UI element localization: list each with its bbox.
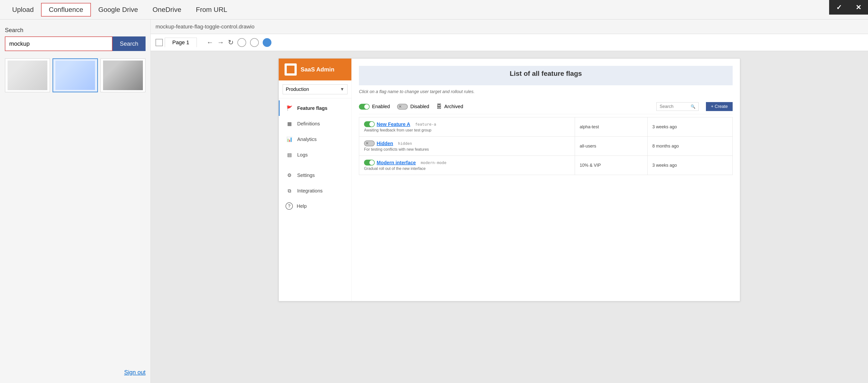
thumbnail-grid	[5, 58, 146, 92]
archived-icon: 🗄	[436, 103, 442, 110]
enabled-label: Enabled	[372, 104, 390, 109]
sign-out-button[interactable]: Sign out	[124, 369, 146, 376]
flag-desc-3: Gradual roll out of the new interface	[364, 166, 570, 171]
disabled-label: Disabled	[410, 104, 429, 109]
flag-cell-3: Modern interface modern-mode Gradual rol…	[359, 156, 575, 175]
thumb-mini-1	[7, 61, 48, 90]
mockup-sidebar: SaaS Admin Production ▼ 🚩 Feature flag	[279, 59, 352, 301]
nav-item-feature-flags[interactable]: 🚩 Feature flags	[279, 100, 351, 116]
click-instruction: Click on a flag name to change user targ…	[359, 89, 733, 94]
nav-item-logs[interactable]: ▤ Logs	[279, 147, 351, 163]
search-input[interactable]	[5, 36, 113, 51]
search-label: Search	[5, 27, 146, 34]
disabled-toggle-icon	[397, 104, 408, 109]
flag-segment-3: 10% & VIP	[575, 156, 647, 175]
tab-bar: Upload Confluence Google Drive OneDrive …	[0, 0, 868, 20]
thumbnail-2[interactable]	[53, 58, 98, 92]
page-nav-circle-2[interactable]	[250, 38, 259, 47]
ff-search-box: 🔍	[656, 102, 699, 111]
page-nav-circle-1[interactable]	[238, 38, 246, 47]
enabled-status: Enabled	[359, 104, 390, 109]
integrations-icon: ⧉	[285, 187, 293, 195]
flag-name-1[interactable]: New Feature A	[377, 122, 410, 127]
page-nav-circle-3[interactable]	[263, 38, 272, 47]
toolbar-bar: Page 1 ← → ↻	[151, 34, 868, 51]
nav-label-logs: Logs	[297, 152, 308, 158]
close-button[interactable]: ✕	[848, 0, 868, 14]
sidebar-header: SaaS Admin	[279, 59, 351, 81]
forward-icon[interactable]: →	[217, 39, 224, 46]
nav-item-definitions[interactable]: ▦ Definitions	[279, 116, 351, 131]
analytics-icon: 📊	[285, 135, 293, 143]
sidebar-env: Production ▼	[279, 81, 351, 98]
env-select[interactable]: Production ▼	[283, 84, 347, 94]
nav-item-integrations[interactable]: ⧉ Integrations	[279, 183, 351, 198]
mockup-main: List of all feature flags Click on a fla…	[352, 59, 740, 301]
ff-toolbar: Enabled Disabled 🗄 Archived	[359, 99, 733, 114]
nav-item-help[interactable]: ? Help	[279, 198, 351, 214]
flag-name-3[interactable]: Modern interface	[377, 160, 416, 165]
sign-out-area: Sign out	[5, 364, 146, 376]
flag-code-3: modern-mode	[421, 160, 446, 165]
mockup-frame: SaaS Admin Production ▼ 🚩 Feature flag	[278, 58, 740, 301]
flag-cell-2: Hidden hidden For testing conflicts with…	[359, 136, 575, 156]
flag-time-2: 8 months ago	[647, 136, 733, 156]
logo-inner	[287, 66, 294, 73]
refresh-icon[interactable]: ↻	[228, 38, 234, 46]
flag-cell-1: New Feature A feature-a Awaiting feedbac…	[359, 117, 575, 136]
logs-icon: ▤	[285, 151, 293, 159]
thumb-mini-3	[103, 61, 143, 90]
left-panel: Search Search Sign out	[0, 20, 151, 383]
flag-toggle-2[interactable]	[364, 140, 375, 146]
flag-segment-2: all-users	[575, 136, 647, 156]
nav-item-settings[interactable]: ⚙ Settings	[279, 167, 351, 183]
nav-label-integrations: Integrations	[297, 188, 323, 194]
flag-toggle-1[interactable]	[364, 121, 375, 127]
file-path-bar: mockup-feature-flag-toggle-control.drawi…	[151, 20, 868, 34]
page-tab-label[interactable]: Page 1	[165, 38, 197, 47]
confirm-button[interactable]: ✓	[829, 0, 848, 14]
tab-from-url[interactable]: From URL	[189, 3, 235, 16]
thumbnail-3[interactable]	[100, 58, 146, 92]
disabled-status: Disabled	[397, 104, 429, 109]
thumb-mini-2	[55, 61, 95, 90]
flag-row-3: Modern interface modern-mode Gradual rol…	[359, 156, 733, 175]
top-right-controls: ✓ ✕	[829, 0, 868, 14]
feature-flags-title: List of all feature flags	[364, 70, 728, 77]
archived-label: Archived	[444, 104, 463, 109]
flag-row-1: New Feature A feature-a Awaiting feedbac…	[359, 117, 733, 136]
tab-google-drive[interactable]: Google Drive	[91, 3, 145, 16]
flag-name-2[interactable]: Hidden	[377, 141, 393, 146]
back-icon[interactable]: ←	[207, 39, 213, 46]
content-area: Search Search Sign out	[0, 20, 868, 383]
create-button[interactable]: + Create	[706, 102, 733, 111]
nav-label-definitions: Definitions	[297, 121, 320, 127]
flag-code-1: feature-a	[415, 122, 436, 127]
enabled-toggle-icon	[359, 104, 370, 109]
nav-label-feature-flags: Feature flags	[297, 105, 327, 111]
search-button[interactable]: Search	[113, 36, 146, 51]
flag-toggle-3[interactable]	[364, 160, 375, 165]
thumbnail-1[interactable]	[5, 58, 50, 92]
nav-label-help: Help	[297, 203, 307, 209]
flag-icon: 🚩	[285, 104, 293, 112]
sidebar-nav: 🚩 Feature flags ▦ Definitions 📊 Analytic…	[279, 98, 351, 216]
page-icon	[156, 39, 163, 46]
ff-search-input[interactable]	[659, 104, 689, 109]
page-tab-area: Page 1	[156, 38, 197, 47]
flag-desc-1: Awaiting feedback from user test group	[364, 128, 570, 132]
tab-upload[interactable]: Upload	[5, 3, 41, 16]
main-container: Upload Confluence Google Drive OneDrive …	[0, 0, 868, 383]
flag-segment-1: alpha-test	[575, 117, 647, 136]
nav-label-analytics: Analytics	[297, 136, 317, 142]
env-label: Production	[286, 87, 309, 92]
right-panel: mockup-feature-flag-toggle-control.drawi…	[151, 20, 868, 383]
search-icon: 🔍	[691, 104, 695, 109]
nav-item-analytics[interactable]: 📊 Analytics	[279, 131, 351, 147]
help-icon: ?	[285, 202, 293, 210]
tab-confluence[interactable]: Confluence	[41, 3, 91, 17]
chevron-down-icon: ▼	[340, 87, 344, 92]
saas-admin-logo	[284, 63, 297, 75]
search-row: Search	[5, 36, 146, 51]
tab-onedrive[interactable]: OneDrive	[145, 3, 189, 16]
